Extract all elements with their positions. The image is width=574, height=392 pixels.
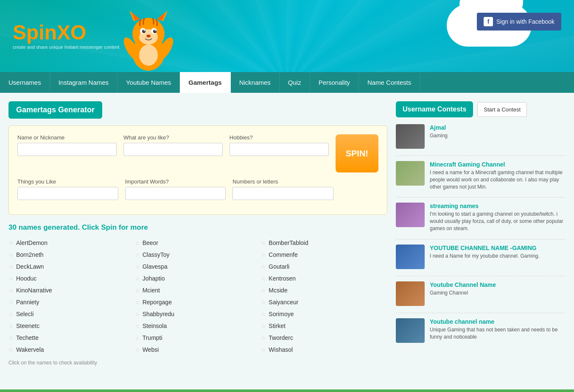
contest-item: Youtube Channel Name Gaming Channel <box>396 281 566 306</box>
star-icon: ☆ <box>8 299 14 306</box>
like-field-group: What are you like? <box>123 134 223 172</box>
list-item[interactable]: ☆Goutarli <box>261 261 387 272</box>
star-icon: ☆ <box>8 240 14 246</box>
list-item[interactable]: ☆Wishasol <box>261 345 387 355</box>
nav-item-usernames[interactable]: Usernames <box>0 72 50 93</box>
contest-desc: I'm looking to start a gaming channel on… <box>430 211 566 232</box>
list-item[interactable]: ☆Saiyanceur <box>261 297 387 307</box>
contest-item: streaming names I'm looking to start a g… <box>396 203 566 232</box>
name-text: Selecli <box>16 311 34 317</box>
name-input[interactable] <box>17 143 117 156</box>
spacer <box>340 178 378 200</box>
list-item[interactable]: ☆Sorimoye <box>261 309 387 319</box>
star-icon: ☆ <box>8 287 14 294</box>
name-text: DeckLawn <box>16 263 44 270</box>
list-item[interactable]: ☆Johaptio <box>135 273 261 284</box>
contest-link[interactable]: Youtube channel name <box>430 318 566 325</box>
list-item[interactable]: ☆Hooduc <box>8 273 135 284</box>
list-item[interactable]: ☆Commenfe <box>261 250 387 260</box>
nav-item-quiz[interactable]: Quiz <box>280 72 310 93</box>
list-item[interactable]: ☆DeckLawn <box>8 261 135 272</box>
list-item[interactable]: ☆Mcient <box>135 285 261 295</box>
generator-title: Gamertags Generator <box>8 101 102 119</box>
list-item[interactable]: ☆Wakervela <box>8 345 135 355</box>
list-item[interactable]: ☆Trumpti <box>135 333 261 343</box>
contest-link[interactable]: streaming names <box>430 203 566 209</box>
list-item[interactable]: ☆Steinsola <box>135 321 261 331</box>
name-text: KinoNarrative <box>16 287 52 294</box>
list-item[interactable]: ☆Steenetc <box>8 321 135 331</box>
nav-item-youtube[interactable]: Youtube Names <box>118 72 180 93</box>
list-item[interactable]: ☆Glavespa <box>135 261 261 272</box>
numbers-input[interactable] <box>232 187 333 200</box>
star-icon: ☆ <box>8 347 14 353</box>
contest-desc: I need a name for a Minecraft gaming cha… <box>430 169 566 190</box>
contest-content: Minecraft Gaming Channel I need a name f… <box>430 161 566 190</box>
contest-item: Youtube channel name Unique Gaming that … <box>396 318 566 343</box>
spin-button[interactable]: SPIN! <box>336 134 378 172</box>
name-text: Glavespa <box>143 263 168 270</box>
name-text: Born2neth <box>16 251 44 258</box>
contest-item: Minecraft Gaming Channel I need a name f… <box>396 161 566 190</box>
list-item[interactable]: ☆Mcside <box>261 285 387 295</box>
contest-content: Youtube channel name Unique Gaming that … <box>430 318 566 341</box>
list-item[interactable]: ☆Panniety <box>8 297 135 307</box>
like-input[interactable] <box>123 143 223 156</box>
list-item[interactable]: ☆Tworderc <box>261 333 387 343</box>
list-item[interactable]: ☆Reporgage <box>135 297 261 307</box>
contest-desc: Unique Gaming that has not been taken an… <box>430 326 566 341</box>
contest-content: YOUTUBE CHANNEL NAME -GAMING I need a Na… <box>430 245 540 260</box>
hobbies-field-group: Hobbies? <box>230 134 329 172</box>
svg-point-12 <box>155 30 156 31</box>
nav-item-gamertags[interactable]: Gamertags <box>180 72 230 93</box>
divider <box>396 313 566 313</box>
nav-item-name-contests[interactable]: Name Contests <box>359 72 420 93</box>
name-text: Sorimoye <box>269 311 294 317</box>
words-label: Important Words? <box>125 178 226 185</box>
words-field-group: Important Words? <box>125 178 226 200</box>
nav-item-personality[interactable]: Personality <box>310 72 359 93</box>
list-item[interactable]: ☆Selecli <box>8 309 135 319</box>
list-item[interactable]: ☆Stirket <box>261 321 387 331</box>
list-item[interactable]: ☆Techette <box>8 333 135 343</box>
contests-section: Username Contests Start a Contest Ajmal … <box>396 101 566 381</box>
contest-link[interactable]: YOUTUBE CHANNEL NAME -GAMING <box>430 245 540 251</box>
list-item[interactable]: ☆ClassyToy <box>135 250 261 260</box>
contest-content: Ajmal Gaming <box>430 124 448 139</box>
logo-area: SpinXO create and share unique Instant m… <box>13 22 119 50</box>
contest-avatar <box>396 203 425 227</box>
svg-point-16 <box>139 44 158 66</box>
hobbies-input[interactable] <box>230 143 329 156</box>
list-item[interactable]: ☆Shabbyredu <box>135 309 261 319</box>
contest-link[interactable]: Ajmal <box>430 124 448 131</box>
contest-link[interactable]: Youtube Channel Name <box>430 281 496 288</box>
star-icon: ☆ <box>135 287 140 294</box>
list-item[interactable]: ☆BomberTabloid <box>261 238 387 248</box>
list-item[interactable]: ☆KinoNarrative <box>8 285 135 295</box>
contest-avatar <box>396 161 425 186</box>
numbers-field-group: Numbers or letters <box>232 178 333 200</box>
numbers-label: Numbers or letters <box>232 178 333 185</box>
click-info: Click on the names to check availability <box>8 360 387 366</box>
name-text: Stirket <box>269 322 286 329</box>
divider <box>396 239 566 239</box>
logo-accent: XO <box>57 21 86 44</box>
logo-tagline: create and share unique Instant messenge… <box>13 44 119 50</box>
name-text: Shabbyredu <box>143 311 175 317</box>
list-item[interactable]: ☆Websi <box>135 345 261 355</box>
contest-link[interactable]: Minecraft Gaming Channel <box>430 161 566 168</box>
list-item[interactable]: ☆Born2neth <box>8 250 135 260</box>
list-item[interactable]: ☆Kentrosen <box>261 273 387 284</box>
words-input[interactable] <box>125 187 226 200</box>
list-item[interactable]: ☆AlertDemon <box>8 238 135 248</box>
start-contest-button[interactable]: Start a Contest <box>477 102 527 117</box>
star-icon: ☆ <box>8 252 14 258</box>
list-item[interactable]: ☆Beeor <box>135 238 261 248</box>
nav-item-instagram[interactable]: Instagram Names <box>50 72 118 93</box>
contest-content: Youtube Channel Name Gaming Channel <box>430 281 496 297</box>
divider <box>396 156 566 156</box>
things-input[interactable] <box>17 187 118 200</box>
facebook-signin-button[interactable]: f Sign in with Facebook <box>477 13 561 31</box>
nav-item-nicknames[interactable]: Nicknames <box>231 72 280 93</box>
name-text: Steenetc <box>16 322 39 329</box>
